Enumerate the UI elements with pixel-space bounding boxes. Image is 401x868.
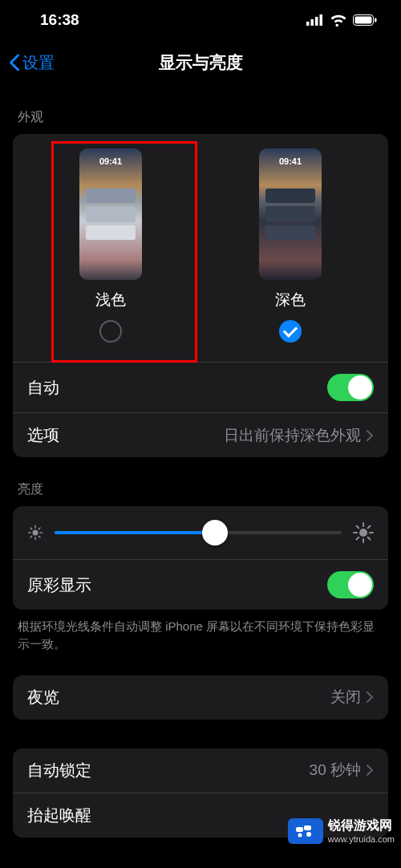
svg-line-22 [368, 537, 371, 540]
page-title: 显示与亮度 [159, 51, 243, 74]
dark-preview: 09:41 [259, 148, 322, 280]
svg-rect-25 [296, 827, 303, 832]
nav-bar: 设置 显示与亮度 [0, 40, 401, 85]
raise-label: 抬起唤醒 [27, 805, 91, 826]
svg-line-21 [357, 526, 359, 529]
truetone-note: 根据环境光线条件自动调整 iPhone 屏幕以在不同环境下保持色彩显示一致。 [0, 610, 401, 653]
chevron-right-icon [366, 429, 374, 442]
svg-rect-0 [306, 22, 310, 26]
brightness-panel: 原彩显示 [13, 506, 388, 610]
brightness-header: 亮度 [0, 457, 401, 506]
options-row[interactable]: 选项 日出前保持深色外观 [13, 412, 388, 457]
appearance-option-light[interactable]: 09:41 浅色 [79, 148, 142, 343]
light-label: 浅色 [95, 290, 126, 310]
watermark-logo-icon [288, 818, 323, 844]
svg-rect-3 [320, 14, 323, 26]
chevron-right-icon [366, 691, 374, 704]
svg-line-12 [30, 528, 32, 529]
nightshift-row[interactable]: 夜览 关闭 [13, 675, 388, 720]
autolock-value: 30 秒钟 [310, 760, 361, 781]
brightness-slider-row [13, 506, 388, 559]
options-value: 日出前保持深色外观 [224, 425, 361, 446]
svg-line-15 [38, 528, 40, 529]
svg-rect-6 [375, 18, 377, 22]
appearance-header: 外观 [0, 85, 401, 134]
wifi-icon [330, 14, 347, 26]
cellular-icon [306, 14, 324, 26]
battery-icon [353, 14, 377, 26]
nightshift-value: 关闭 [330, 687, 361, 708]
autolock-label: 自动锁定 [27, 760, 91, 781]
autolock-row[interactable]: 自动锁定 30 秒钟 [13, 748, 388, 793]
truetone-label: 原彩显示 [27, 574, 91, 596]
chevron-right-icon [366, 764, 374, 777]
svg-point-7 [33, 530, 38, 536]
dark-label: 深色 [275, 290, 306, 310]
brightness-high-icon [353, 522, 374, 543]
appearance-option-dark[interactable]: 09:41 深色 [259, 148, 322, 343]
auto-toggle[interactable] [327, 374, 374, 401]
svg-line-24 [368, 526, 371, 529]
svg-point-16 [359, 529, 367, 537]
svg-point-27 [306, 832, 311, 837]
watermark-url: www.ytruida.com [328, 834, 395, 844]
svg-line-13 [38, 536, 40, 537]
svg-line-23 [357, 537, 359, 540]
nightshift-panel: 夜览 关闭 [13, 675, 388, 720]
back-label: 设置 [22, 52, 55, 74]
dark-radio[interactable] [279, 320, 302, 343]
svg-point-28 [298, 833, 302, 837]
auto-label: 自动 [27, 377, 59, 399]
light-preview: 09:41 [79, 148, 142, 280]
status-bar: 16:38 [0, 0, 401, 40]
watermark-title: 锐得游戏网 [328, 817, 395, 834]
brightness-low-icon [27, 525, 43, 541]
brightness-slider[interactable] [55, 531, 342, 534]
svg-rect-1 [311, 19, 314, 26]
svg-rect-5 [355, 17, 372, 24]
watermark: 锐得游戏网 www.ytruida.com [288, 817, 395, 844]
auto-row: 自动 [13, 362, 388, 412]
appearance-panel: 09:41 浅色 09:41 深色 自动 选项 日出前保持深色外观 [13, 134, 388, 457]
truetone-row: 原彩显示 [13, 559, 388, 610]
status-time: 16:38 [40, 11, 79, 29]
back-button[interactable]: 设置 [8, 52, 55, 74]
chevron-left-icon [8, 54, 20, 71]
truetone-toggle[interactable] [327, 571, 374, 598]
svg-rect-26 [304, 825, 311, 830]
svg-rect-2 [315, 17, 318, 26]
appearance-options: 09:41 浅色 09:41 深色 [13, 134, 388, 362]
status-indicators [306, 14, 377, 26]
nightshift-label: 夜览 [27, 687, 59, 708]
options-label: 选项 [27, 424, 59, 446]
light-radio[interactable] [99, 320, 122, 343]
svg-line-14 [30, 536, 32, 537]
